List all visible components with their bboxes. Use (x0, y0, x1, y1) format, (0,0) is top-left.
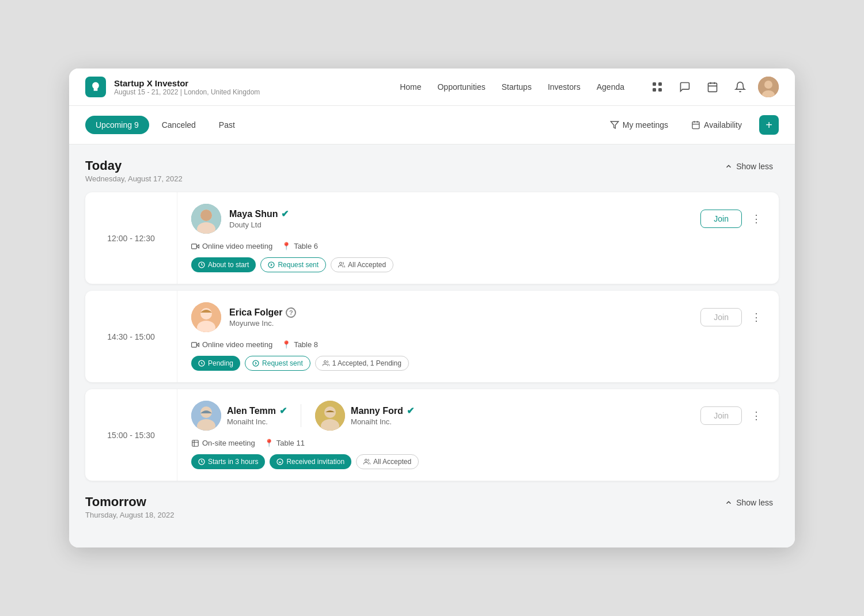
tab-past[interactable]: Past (209, 116, 245, 134)
svg-rect-0 (653, 82, 656, 86)
nav-home[interactable]: Home (400, 82, 421, 92)
video-icon-erica (191, 341, 199, 349)
manny-avatar-img (315, 401, 345, 431)
today-show-less-button[interactable]: Show less (719, 158, 779, 174)
nav-agenda[interactable]: Agenda (597, 82, 624, 92)
user-avatar (758, 77, 779, 97)
card-top-erica: Erica Folger ? Moyurwe Inc. Join ⋮ (191, 302, 765, 332)
people-icon (338, 261, 345, 268)
table-maya: 📍 Table 6 (282, 242, 318, 250)
meeting-card-maya: 12:00 - 12:30 (85, 192, 779, 284)
badge-received-invitation: Received invitation (270, 454, 351, 469)
pending-icon (198, 360, 205, 367)
tomorrow-date: Thursday, August 18, 2022 (85, 511, 174, 519)
clock-icon (198, 261, 205, 268)
chevron-up-icon (725, 162, 733, 170)
more-button-maya[interactable]: ⋮ (748, 210, 765, 227)
card-body-erica: Erica Folger ? Moyurwe Inc. Join ⋮ (177, 291, 779, 382)
user-avatar-button[interactable] (758, 77, 779, 97)
card-body-alen: Alen Temm ✔ Monaiht Inc. (177, 389, 779, 481)
svg-rect-4 (708, 83, 717, 92)
card-meta-erica: Online video meeting 📍 Table 8 (191, 340, 765, 349)
add-meeting-button[interactable]: + (759, 115, 779, 135)
avatar-erica (191, 302, 221, 332)
nav-links: Home Opportunities Startups Investors Ag… (400, 82, 624, 92)
svg-rect-2 (653, 88, 656, 92)
question-icon-erica: ? (286, 307, 296, 318)
badge-request-sent-maya: Request sent (260, 257, 326, 272)
brand-info: Startup X Investor August 15 - 21, 2022 … (114, 78, 377, 96)
today-date: Wednesday, August 17, 2022 (85, 174, 183, 183)
alen-avatar-img (191, 401, 221, 431)
filter-icon (610, 120, 619, 130)
location-dot-alen: 📍 (264, 439, 274, 447)
more-button-alen[interactable]: ⋮ (748, 407, 765, 424)
person-name-manny: Manny Ford ✔ (351, 405, 414, 416)
svg-point-32 (324, 361, 326, 363)
svg-marker-20 (196, 245, 199, 248)
person-name-erica: Erica Folger ? (229, 307, 296, 318)
join-button-alen[interactable]: Join (700, 406, 742, 425)
tomorrow-show-less-label: Show less (736, 498, 773, 507)
svg-rect-21 (192, 244, 197, 248)
nav-investors[interactable]: Investors (548, 82, 581, 92)
grid-icon (652, 82, 662, 92)
svg-point-24 (340, 263, 342, 265)
more-button-erica[interactable]: ⋮ (748, 309, 765, 326)
calendar-icon (707, 81, 718, 93)
building-icon (191, 439, 199, 447)
tab-upcoming[interactable]: Upcoming 9 (85, 116, 149, 134)
avatar-alen (191, 401, 221, 431)
notification-icon-button[interactable] (730, 77, 750, 97)
person-info-erica: Erica Folger ? Moyurwe Inc. (191, 302, 296, 332)
today-title: Today (85, 158, 183, 173)
people-icon-erica (323, 360, 329, 367)
svg-marker-11 (611, 121, 618, 128)
badges-alen: Starts in 3 hours Received invitation Al… (191, 454, 765, 469)
card-actions-erica: Join ⋮ (700, 308, 765, 326)
tomorrow-info: Tomorrow Thursday, August 18, 2022 (85, 495, 174, 519)
today-info: Today Wednesday, August 17, 2022 (85, 158, 183, 183)
brand-name: Startup X Investor (114, 78, 377, 88)
nav-opportunities[interactable]: Opportunities (437, 82, 485, 92)
join-button-erica[interactable]: Join (700, 308, 742, 326)
add-icon: + (766, 119, 772, 132)
person-name-maya: Maya Shun ✔ (229, 208, 289, 219)
video-icon (191, 242, 199, 250)
person-company-maya: Douty Ltd (229, 220, 289, 229)
people-icon-alen (363, 458, 370, 465)
calendar-icon-button[interactable] (703, 77, 722, 97)
card-top-alen: Alen Temm ✔ Monaiht Inc. (191, 401, 765, 431)
message-icon-button[interactable] (675, 77, 695, 97)
message-icon (679, 81, 691, 93)
card-meta-maya: Online video meeting 📍 Table 6 (191, 242, 765, 250)
meeting-time-erica: 14:30 - 15:00 (85, 291, 177, 382)
today-section: Today Wednesday, August 17, 2022 Show le… (85, 158, 779, 481)
svg-point-42 (365, 459, 367, 462)
availability-button[interactable]: Availability (685, 117, 748, 133)
nav-icons (647, 77, 779, 97)
availability-label: Availability (704, 120, 742, 130)
erica-avatar-img (191, 302, 221, 332)
my-meetings-button[interactable]: My meetings (604, 117, 674, 133)
availability-icon (691, 120, 700, 130)
arrow-right-icon (268, 261, 275, 268)
meeting-time-alen: 15:00 - 15:30 (85, 389, 177, 481)
card-body-maya: Maya Shun ✔ Douty Ltd Join ⋮ (177, 192, 779, 284)
card-meta-alen: On-site meeting 📍 Table 11 (191, 439, 765, 447)
badge-about-to-start: About to start (191, 257, 256, 272)
header: Startup X Investor August 15 - 21, 2022 … (69, 69, 795, 106)
grid-icon-button[interactable] (647, 77, 667, 97)
badges-erica: Pending Request sent 1 Accepted, 1 Pendi… (191, 356, 765, 371)
avatar-manny (315, 401, 345, 431)
person-pair-alen: Alen Temm ✔ Monaiht Inc. (191, 401, 287, 431)
join-button-maya[interactable]: Join (700, 210, 742, 228)
table-erica: 📍 Table 8 (282, 340, 318, 349)
today-show-less-label: Show less (736, 162, 773, 171)
person-details-maya: Maya Shun ✔ Douty Ltd (229, 208, 289, 229)
svg-point-31 (253, 360, 259, 366)
tab-canceled[interactable]: Canceled (151, 116, 206, 134)
nav-startups[interactable]: Startups (502, 82, 532, 92)
svg-marker-28 (196, 343, 199, 347)
tomorrow-show-less-button[interactable]: Show less (719, 495, 779, 511)
